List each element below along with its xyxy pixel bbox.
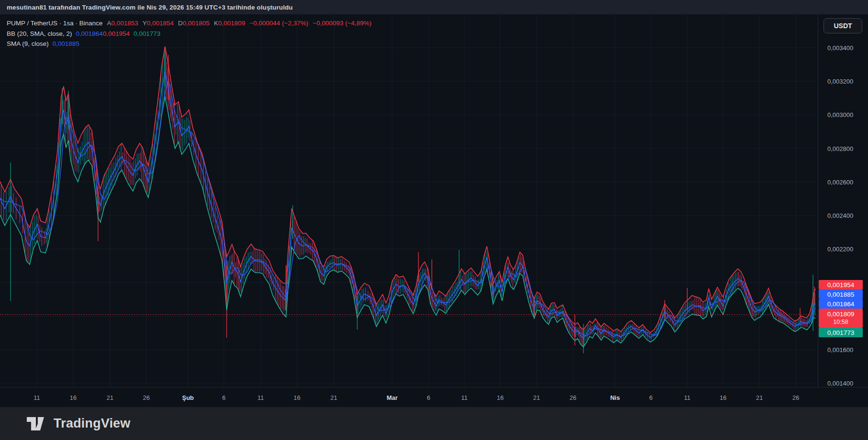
ohlc-value: 0,001809 — [218, 20, 245, 27]
ohlc-letter: K — [214, 20, 218, 27]
bb-value: 0,001864 — [76, 30, 103, 37]
time-axis-label: 21 — [533, 394, 540, 401]
time-axis-label: 21 — [330, 394, 337, 401]
price-tag: 0,001773 — [819, 328, 863, 337]
attribution-bar: mesutinan81 tarafından TradingView.com i… — [0, 0, 868, 14]
bb-legend-row[interactable]: BB (20, SMA, close, 2)0,0018640,0019540,… — [7, 29, 372, 39]
time-axis-label: 11 — [461, 394, 468, 401]
time-axis-label: 11 — [33, 394, 40, 401]
sma-value: 0,001885 — [53, 40, 79, 47]
price-tag-value: 0,001885 — [827, 291, 854, 298]
price-axis-label: 0,001400 — [827, 380, 853, 387]
ohlc-value: 0,001854 — [147, 20, 174, 27]
ohlc-value: 0,001805 — [183, 20, 209, 27]
price-tag: 0,001954 — [819, 280, 863, 290]
time-axis-label: 16 — [497, 394, 504, 401]
price-axis-label: 0,003200 — [827, 78, 853, 85]
bb-value: 0,001954 — [103, 30, 130, 37]
time-axis[interactable]: 11162126Şub6111621Mar611162126Nis6111621… — [0, 387, 868, 408]
price-tag-value: 0,001773 — [827, 329, 854, 336]
bb-values: 0,0018640,0019540,001773 — [72, 30, 161, 37]
tradingview-logo-icon — [26, 417, 47, 431]
price-tag-time: 10:58 — [833, 318, 848, 326]
time-axis-label: 26 — [143, 394, 150, 401]
price-axis-label: 0,002600 — [827, 178, 853, 185]
price-tag: 0,001885 — [819, 290, 863, 299]
price-tag: 0,00180910:58 — [819, 309, 863, 328]
attribution-text: mesutinan81 tarafından TradingView.com i… — [7, 4, 293, 11]
ohlc-letter: D — [178, 20, 183, 27]
price-axis-label: 0,003400 — [827, 44, 853, 52]
price-tag: 0,001864 — [819, 299, 863, 309]
time-axis-label: 11 — [257, 394, 264, 401]
ohlc-letter: A — [107, 20, 111, 27]
time-axis-label: Nis — [610, 394, 620, 401]
currency-toggle-button[interactable]: USDT — [824, 18, 862, 33]
time-axis-label: 26 — [570, 394, 576, 401]
change-value: −0,000044 (−2,37%) — [250, 20, 308, 27]
change-values: −0,000044 (−2,37%)−0,000093 (−4,89%) — [245, 20, 372, 27]
time-axis-label: 6 — [649, 394, 652, 401]
chart-canvas[interactable] — [0, 14, 818, 387]
ohlc-letter: Y — [143, 20, 147, 27]
time-axis-label: 11 — [684, 394, 691, 401]
time-axis-label: 6 — [222, 394, 225, 401]
price-axis-label: 0,003000 — [827, 111, 853, 118]
tradingview-logo-text: TradingView — [54, 416, 131, 431]
price-axis-label: 0,002400 — [827, 212, 853, 219]
price-axis-label: 0,001600 — [827, 346, 853, 353]
price-axis-label: 0,002800 — [827, 145, 853, 152]
change-value: −0,000093 (−4,89%) — [313, 20, 372, 27]
price-axis-label: 0,002200 — [827, 246, 853, 253]
chart-plot — [0, 14, 818, 387]
time-axis-label: 16 — [720, 394, 726, 401]
time-axis-label: 16 — [70, 394, 77, 401]
time-axis-label: Mar — [386, 394, 397, 401]
price-tag-value: 0,001864 — [827, 300, 854, 308]
footer-bar: TradingView — [0, 407, 868, 440]
symbol-legend-row[interactable]: PUMP / TetherUS · 1sa · BinanceA0,001853… — [7, 18, 372, 29]
bb-value: 0,001773 — [133, 30, 160, 37]
price-tag-value: 0,001954 — [827, 281, 854, 289]
symbol-title: PUMP / TetherUS · 1sa · Binance — [7, 20, 103, 27]
sma-legend-row[interactable]: SMA (9, close)0,001885 — [7, 39, 372, 49]
bb-label: BB (20, SMA, close, 2) — [7, 30, 72, 37]
time-axis-label: Şub — [182, 394, 194, 401]
time-axis-label: 21 — [756, 394, 763, 401]
time-axis-label: 6 — [427, 394, 430, 401]
sma-label: SMA (9, close) — [7, 40, 49, 47]
price-tag-value: 0,001809 — [827, 310, 854, 318]
time-axis-label: 16 — [294, 394, 300, 401]
time-axis-label: 21 — [107, 394, 113, 401]
time-axis-label: 26 — [792, 394, 799, 401]
ohlc-value: 0,001853 — [111, 20, 138, 27]
tradingview-snapshot: mesutinan81 tarafından TradingView.com i… — [0, 0, 868, 440]
chart-legend: PUMP / TetherUS · 1sa · BinanceA0,001853… — [7, 18, 372, 49]
tradingview-logo[interactable]: TradingView — [26, 416, 131, 431]
ohlc-values: A0,001853Y0,001854D0,001805K0,001809 — [103, 20, 245, 27]
